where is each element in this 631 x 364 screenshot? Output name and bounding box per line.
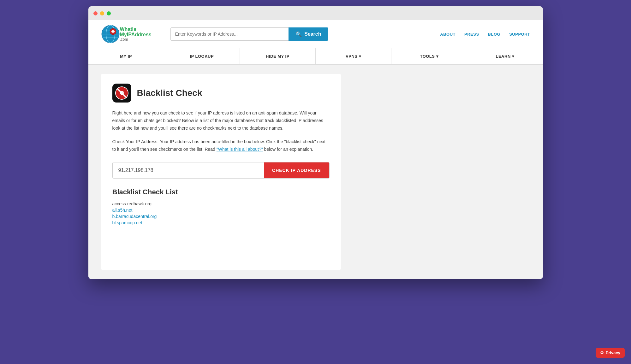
logo-whatis: WhatIs: [120, 26, 152, 32]
search-input[interactable]: [170, 27, 289, 41]
logo-myip: MyIPAddress: [120, 32, 152, 38]
privacy-badge[interactable]: ⚙ Privacy: [596, 348, 625, 358]
search-icon: 🔍: [295, 31, 302, 37]
maximize-button[interactable]: [107, 11, 111, 15]
nav-vpns[interactable]: VPNS ▾: [316, 48, 391, 64]
site-header: WhatIs MyIPAddress .com 🔍 Search ABOUT P…: [88, 20, 543, 48]
blacklist-item-text: access.redhawk.org: [112, 201, 152, 206]
no-entry-icon: ⊘: [115, 86, 129, 100]
list-item: b.barracudacentral.org: [112, 214, 330, 219]
blacklist-list: access.redhawk.org all.s5h.net b.barracu…: [112, 201, 330, 225]
ip-form: CHECK IP ADDRESS: [112, 162, 330, 179]
logo-text: WhatIs MyIPAddress .com: [120, 26, 152, 42]
description-paragraph-2: Check Your IP Address. Your IP address h…: [112, 138, 330, 153]
list-item: bl.spamcop.net: [112, 220, 330, 225]
nav-about[interactable]: ABOUT: [440, 32, 455, 37]
header-nav: ABOUT PRESS BLOG SUPPORT: [440, 32, 530, 37]
main-nav: MY IP IP LOOKUP HIDE MY IP VPNS ▾ TOOLS …: [88, 48, 543, 65]
blacklist-item-link[interactable]: b.barracudacentral.org: [112, 214, 157, 219]
logo-dotcom: .com: [120, 38, 152, 42]
page-title: Blacklist Check: [137, 88, 202, 98]
privacy-label: Privacy: [606, 350, 620, 355]
sidebar: [350, 74, 439, 270]
description-2-suffix: below for an explanation.: [263, 147, 313, 152]
list-item: access.redhawk.org: [112, 201, 330, 206]
blacklist-item-link[interactable]: all.s5h.net: [112, 208, 133, 213]
logo[interactable]: WhatIs MyIPAddress .com: [101, 25, 164, 44]
list-item: all.s5h.net: [112, 208, 330, 213]
nav-ip-lookup[interactable]: IP LOOKUP: [164, 48, 240, 64]
browser-window: WhatIs MyIPAddress .com 🔍 Search ABOUT P…: [88, 6, 543, 279]
page-heading: ⊘ Blacklist Check: [112, 84, 330, 103]
description-paragraph-1: Right here and now you can check to see …: [112, 109, 330, 132]
gear-icon: ⚙: [600, 350, 604, 355]
blacklist-item-link[interactable]: bl.spamcop.net: [112, 220, 142, 225]
logo-globe-icon: [101, 25, 120, 44]
main-content: ⊘ Blacklist Check Right here and now you…: [101, 74, 341, 270]
check-ip-button[interactable]: CHECK IP ADDRESS: [264, 162, 329, 178]
nav-tools[interactable]: TOOLS ▾: [391, 48, 467, 64]
what-is-about-link[interactable]: "What is this all about?": [217, 147, 263, 152]
title-bar: [88, 6, 543, 20]
close-button[interactable]: [93, 11, 98, 15]
nav-learn[interactable]: LEARN ▾: [467, 48, 543, 64]
search-button[interactable]: 🔍 Search: [289, 27, 328, 41]
search-area: 🔍 Search: [170, 27, 328, 41]
blacklist-section-title: Blacklist Check List: [112, 188, 330, 196]
nav-hide-my-ip[interactable]: HIDE MY IP: [240, 48, 316, 64]
ip-input[interactable]: [113, 162, 264, 178]
blacklist-icon: ⊘: [112, 84, 131, 103]
nav-my-ip[interactable]: MY IP: [88, 48, 164, 64]
page-body: ⊘ Blacklist Check Right here and now you…: [88, 65, 543, 279]
nav-blog[interactable]: BLOG: [488, 32, 501, 37]
minimize-button[interactable]: [100, 11, 104, 15]
nav-support[interactable]: SUPPORT: [509, 32, 530, 37]
search-button-label: Search: [304, 31, 321, 37]
nav-press[interactable]: PRESS: [464, 32, 479, 37]
svg-text:⊘: ⊘: [119, 90, 124, 96]
